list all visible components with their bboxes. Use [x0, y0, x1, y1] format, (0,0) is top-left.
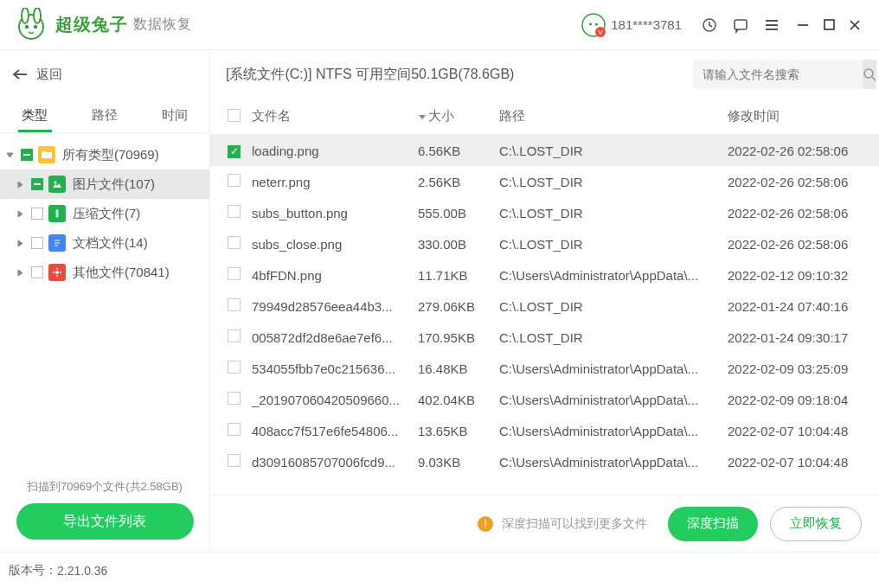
file-row[interactable]: 4bfFDN.png11.71KBC:\Users\Administrator\…: [210, 259, 879, 291]
file-row[interactable]: 79949d28576eea44b3...279.06KBC:\.LOST_DI…: [210, 291, 879, 322]
file-checkbox[interactable]: [228, 298, 241, 311]
tree-checkbox[interactable]: [31, 237, 43, 249]
tree-checkbox[interactable]: [31, 178, 43, 190]
file-name: neterr.png: [252, 175, 418, 189]
support-icon[interactable]: [697, 13, 722, 37]
scan-summary: 扫描到70969个文件(共2.58GB): [0, 470, 209, 503]
file-checkbox[interactable]: [228, 361, 241, 374]
image-icon: [48, 176, 66, 193]
tree-checkbox[interactable]: [31, 208, 43, 220]
sort-desc-icon: [418, 112, 427, 121]
feedback-icon[interactable]: [728, 13, 753, 37]
file-row[interactable]: neterr.png2.56KBC:\.LOST_DIR2022-02-26 0…: [210, 166, 879, 197]
tree-checkbox[interactable]: [31, 266, 43, 278]
svg-rect-11: [735, 20, 747, 29]
file-row[interactable]: loading.png6.56KBC:\.LOST_DIR2022-02-26 …: [210, 135, 879, 166]
file-path: C:\.LOST_DIR: [499, 144, 728, 158]
column-path[interactable]: 路径: [499, 108, 728, 125]
menu-icon[interactable]: [760, 13, 784, 37]
caret-icon: [14, 240, 26, 247]
file-checkbox[interactable]: [228, 205, 241, 218]
file-size: 6.56KB: [418, 144, 499, 158]
file-size: 555.00B: [418, 206, 499, 220]
file-checkbox[interactable]: [228, 392, 241, 405]
search-input[interactable]: [694, 67, 863, 81]
file-size: 330.00B: [418, 237, 499, 252]
export-list-button[interactable]: 导出文件列表: [16, 503, 194, 540]
file-size: 2.56KB: [418, 175, 499, 189]
user-avatar-icon[interactable]: V: [581, 13, 606, 37]
file-checkbox[interactable]: [228, 423, 241, 436]
search-icon: [863, 67, 876, 81]
svg-text:V: V: [599, 29, 604, 36]
file-checkbox[interactable]: [228, 267, 241, 280]
file-path: C:\Users\Administrator\AppData\...: [499, 268, 728, 283]
tab-type[interactable]: 类型: [0, 99, 70, 132]
tree-item[interactable]: 其他文件(70841): [0, 258, 209, 287]
file-path: C:\.LOST_DIR: [499, 330, 728, 345]
close-button[interactable]: [844, 15, 865, 35]
svg-point-7: [595, 22, 598, 25]
file-path: C:\Users\Administrator\AppData\...: [499, 361, 728, 376]
tree-item[interactable]: 文档文件(14): [0, 228, 209, 258]
arrow-left-icon: [12, 68, 28, 80]
file-path: C:\Users\Administrator\AppData\...: [499, 393, 728, 407]
svg-point-3: [25, 24, 29, 28]
file-checkbox[interactable]: [228, 174, 241, 187]
file-time: 2022-02-07 10:04:48: [728, 455, 862, 470]
file-path: C:\.LOST_DIR: [499, 237, 728, 252]
caret-icon: [14, 181, 26, 189]
file-time: 2022-02-12 09:10:32: [728, 268, 862, 283]
doc-icon: [48, 234, 66, 252]
search-button[interactable]: [863, 60, 876, 89]
file-name: 4bfFDN.png: [252, 268, 418, 283]
archive-icon: [48, 205, 66, 222]
file-row[interactable]: 534055fbb7e0c215636...16.48KBC:\Users\Ad…: [210, 353, 879, 384]
svg-point-2: [34, 8, 41, 23]
tree-label: 文档文件(14): [73, 235, 148, 252]
version-number: 2.21.0.36: [57, 564, 107, 578]
maximize-button[interactable]: [818, 15, 839, 35]
current-path: [系统文件(C:)] NTFS 可用空间50.1GB(78.6GB): [226, 66, 694, 84]
tree-checkbox[interactable]: [21, 149, 33, 161]
file-row[interactable]: _201907060420509660...402.04KBC:\Users\A…: [210, 384, 879, 415]
tree-item[interactable]: 所有类型(70969): [0, 140, 209, 169]
file-checkbox[interactable]: [228, 329, 241, 342]
file-size: 9.03KB: [418, 455, 499, 470]
tree-item[interactable]: 图片文件(107): [0, 169, 209, 199]
file-time: 2022-02-09 03:25:09: [728, 361, 862, 376]
file-row[interactable]: 408acc7f517e6fe54806...13.65KBC:\Users\A…: [210, 415, 879, 446]
action-bar: ! 深度扫描可以找到更多文件 深度扫描 立即恢复: [210, 495, 879, 552]
back-button[interactable]: 返回: [0, 50, 209, 99]
file-name: _201907060420509660...: [252, 393, 418, 407]
select-all-checkbox[interactable]: [228, 109, 241, 122]
file-size: 16.48KB: [418, 361, 499, 376]
recover-button[interactable]: 立即恢复: [770, 507, 862, 541]
file-time: 2022-02-26 02:58:06: [728, 206, 862, 220]
file-path: C:\.LOST_DIR: [499, 299, 728, 314]
column-time[interactable]: 修改时间: [728, 108, 862, 125]
column-name[interactable]: 文件名: [252, 108, 418, 125]
minimize-button[interactable]: [792, 15, 813, 35]
tab-path[interactable]: 路径: [70, 99, 140, 132]
tree-item[interactable]: 压缩文件(7): [0, 199, 209, 228]
file-checkbox[interactable]: [228, 454, 241, 467]
file-checkbox[interactable]: [228, 145, 241, 158]
deep-scan-button[interactable]: 深度扫描: [668, 507, 758, 541]
file-path: C:\Users\Administrator\AppData\...: [499, 424, 728, 438]
file-row[interactable]: d30916085707006fcd9...9.03KBC:\Users\Adm…: [210, 446, 879, 477]
sidebar: 返回 类型 路径 时间 所有类型(70969)图片文件(107)压缩文件(7)文…: [0, 50, 210, 552]
file-row[interactable]: subs_button.png555.00BC:\.LOST_DIR2022-0…: [210, 197, 879, 228]
status-bar: 版本号： 2.21.0.36: [0, 552, 879, 588]
caret-icon: [14, 269, 26, 277]
file-path: C:\.LOST_DIR: [499, 206, 728, 220]
file-name: d30916085707006fcd9...: [252, 455, 418, 470]
column-size[interactable]: 大小: [418, 108, 499, 125]
file-row[interactable]: 005872df2d8e6ae7ef6...170.95KBC:\.LOST_D…: [210, 322, 879, 353]
file-name: 534055fbb7e0c215636...: [252, 361, 418, 376]
file-row[interactable]: subs_close.png330.00BC:\.LOST_DIR2022-02…: [210, 228, 879, 259]
file-size: 402.04KB: [418, 393, 499, 407]
file-checkbox[interactable]: [228, 236, 241, 249]
tab-time[interactable]: 时间: [139, 99, 209, 132]
category-tree: 所有类型(70969)图片文件(107)压缩文件(7)文档文件(14)其他文件(…: [0, 133, 209, 470]
